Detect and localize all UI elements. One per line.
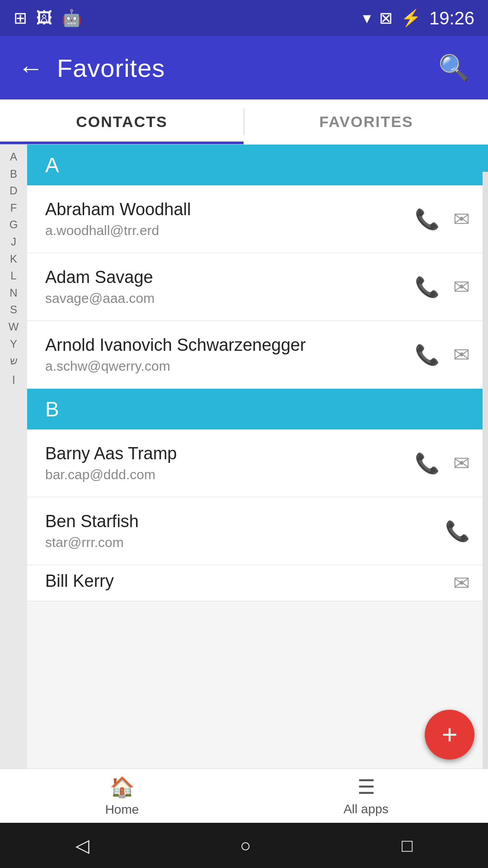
section-header-a: A [27,145,488,185]
alpha-k[interactable]: K [0,251,27,267]
status-bar-right: ▾ ⊠ ⚡ 19:26 [363,8,474,28]
contact-email: bar.cap@ddd.com [45,467,415,482]
alpha-shin[interactable]: ש [0,353,27,368]
all-apps-nav-item[interactable]: ☰ All apps [244,775,488,816]
alpha-l[interactable]: L [0,268,27,283]
contact-email: a.woodhall@trr.erd [45,223,415,238]
alpha-d[interactable]: D [0,183,27,198]
home-nav-button[interactable]: ○ [240,835,251,856]
alpha-j[interactable]: J [0,234,27,250]
call-icon[interactable]: 📞 [415,343,440,367]
contact-name: Abraham Woodhall [45,200,415,219]
call-icon[interactable]: 📞 [415,208,440,231]
status-bar-left: ⊞ 🖼 🤖 [14,9,82,28]
grid-icon: ⊞ [14,9,27,28]
email-icon[interactable]: ✉ [453,343,470,366]
contact-name: Barny Aas Tramp [45,444,415,463]
contact-actions: 📞 [445,519,470,543]
status-time: 19:26 [429,8,474,28]
status-bar: ⊞ 🖼 🤖 ▾ ⊠ ⚡ 19:26 [0,0,488,36]
contact-row[interactable]: Abraham Woodhall a.woodhall@trr.erd 📞 ✉ [27,185,488,253]
email-icon[interactable]: ✉ [453,208,470,231]
contact-info: Abraham Woodhall a.woodhall@trr.erd [45,200,415,238]
image-icon: 🖼 [36,9,52,28]
search-button[interactable]: 🔍 [438,53,470,83]
sim-icon: ⊠ [379,9,393,28]
contact-name: Bill Kerry [45,571,453,591]
contact-actions: 📞 ✉ [415,208,470,231]
alpha-nun[interactable]: ן [0,370,27,386]
call-icon[interactable]: 📞 [415,275,440,299]
home-icon: 🏠 [110,775,135,799]
alpha-a[interactable]: A [0,149,27,165]
android-icon: 🤖 [61,9,82,28]
contact-name: Arnold Ivanovich Schwarzenegger [45,335,415,355]
recents-nav-button[interactable]: □ [402,835,413,856]
email-icon[interactable]: ✉ [453,275,470,298]
contact-row[interactable]: Arnold Ivanovich Schwarzenegger a.schw@q… [27,321,488,389]
alpha-n[interactable]: N [0,285,27,301]
plus-icon: + [441,721,457,748]
contact-row[interactable]: Adam Savage savage@aaa.com 📞 ✉ [27,253,488,321]
scroll-thumb [483,145,488,172]
alphabet-sidebar: A B D F G J K L N S W Y ש ן [0,145,27,769]
content-area: A B D F G J K L N S W Y ש ן A Abraham Wo… [0,145,488,769]
section-letter-b: B [45,397,59,421]
call-icon[interactable]: 📞 [415,452,440,475]
page-title: Favorites [57,53,165,83]
home-label: Home [105,802,139,817]
contact-row[interactable]: Ben Starfish star@rrr.com 📞 [27,497,488,565]
back-button[interactable]: ← [18,53,43,83]
home-nav-item[interactable]: 🏠 Home [0,775,244,817]
android-nav: ◁ ○ □ [0,823,488,868]
contact-info: Adam Savage savage@aaa.com [45,268,415,306]
contact-name: Ben Starfish [45,512,445,531]
contact-info: Bill Kerry [45,571,453,594]
contact-list: A Abraham Woodhall a.woodhall@trr.erd 📞 … [27,145,488,769]
alpha-f[interactable]: F [0,200,27,216]
alpha-w[interactable]: W [0,319,27,335]
alpha-s[interactable]: S [0,302,27,317]
app-bar: ← Favorites 🔍 [0,36,488,99]
email-icon[interactable]: ✉ [453,571,470,594]
contact-actions: ✉ [453,571,470,594]
section-header-b: B [27,389,488,429]
alpha-b[interactable]: B [0,166,27,182]
contact-info: Ben Starfish star@rrr.com [45,512,445,550]
battery-icon: ⚡ [401,9,421,28]
tab-favorites[interactable]: FAVORITES [244,99,488,144]
tab-bar: CONTACTS FAVORITES [0,99,488,145]
scroll-indicator [483,145,488,769]
add-contact-button[interactable]: + [425,710,474,760]
contact-name: Adam Savage [45,268,415,287]
contact-email: savage@aaa.com [45,291,415,306]
contact-actions: 📞 ✉ [415,275,470,299]
app-bar-left: ← Favorites [18,53,165,83]
bottom-nav: 🏠 Home ☰ All apps [0,769,488,823]
contact-info: Barny Aas Tramp bar.cap@ddd.com [45,444,415,482]
alpha-y[interactable]: Y [0,336,27,352]
contact-actions: 📞 ✉ [415,343,470,367]
back-nav-button[interactable]: ◁ [75,835,89,856]
alpha-g[interactable]: G [0,217,27,232]
contact-info: Arnold Ivanovich Schwarzenegger a.schw@q… [45,335,415,374]
contact-actions: 📞 ✉ [415,452,470,475]
contact-email: star@rrr.com [45,535,445,550]
contact-row-partial[interactable]: Bill Kerry ✉ [27,565,488,601]
wifi-icon: ▾ [363,9,371,28]
call-icon[interactable]: 📞 [445,519,470,543]
email-icon[interactable]: ✉ [453,452,470,475]
section-letter-a: A [45,153,59,177]
all-apps-label: All apps [343,802,389,816]
contact-email: a.schw@qwerry.com [45,359,415,374]
all-apps-icon: ☰ [357,775,375,798]
contact-row[interactable]: Barny Aas Tramp bar.cap@ddd.com 📞 ✉ [27,429,488,497]
tab-contacts[interactable]: CONTACTS [0,99,244,144]
